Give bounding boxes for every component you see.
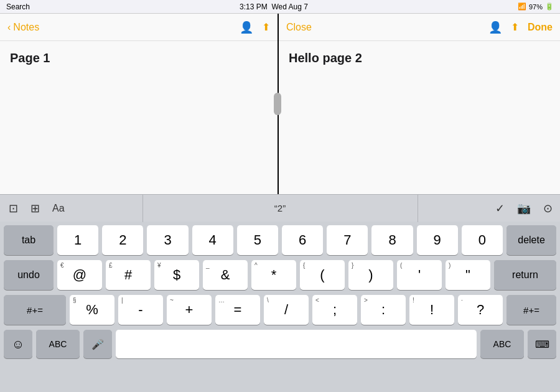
space-key[interactable] xyxy=(116,330,477,358)
tab-key[interactable]: tab xyxy=(4,225,54,255)
key-rparen[interactable]: }) xyxy=(348,260,393,290)
toolbar-center-text: “2” xyxy=(142,195,418,222)
key-minus[interactable]: |- xyxy=(118,295,163,325)
close-button[interactable]: Close xyxy=(286,22,312,33)
shift-left-key[interactable]: #+= xyxy=(4,295,66,325)
key-row-3: #+= §% |- ~+ …= \/ <; >: !! ·? #+= xyxy=(4,295,556,325)
share-icon-right[interactable]: ⬆ xyxy=(511,21,519,33)
left-nav: ‹ Notes 👤 ⬆ xyxy=(0,14,278,41)
key-amp[interactable]: _& xyxy=(203,260,248,290)
delete-key[interactable]: delete xyxy=(506,225,556,255)
key-1[interactable]: 1 xyxy=(57,225,98,255)
divider-handle[interactable] xyxy=(274,93,281,115)
emoji-key[interactable]: ☺ xyxy=(4,330,32,358)
back-label: Notes xyxy=(13,22,39,33)
key-excl[interactable]: !! xyxy=(409,295,454,325)
abc-right-key[interactable]: ABC xyxy=(480,330,524,358)
toolbar-right: ✓ 📷 ⊙ xyxy=(418,199,556,218)
key-row-4: ☺ ABC 🎤 ABC ⌨ xyxy=(4,330,556,358)
back-button[interactable]: ‹ Notes xyxy=(7,22,39,33)
key-lparen[interactable]: {( xyxy=(300,260,345,290)
key-colon[interactable]: >: xyxy=(361,295,406,325)
key-row-1: tab 1 2 3 4 5 6 7 8 9 0 delete xyxy=(4,225,556,255)
key-at[interactable]: €@ xyxy=(57,260,102,290)
share-people-icon-right[interactable]: 👤 xyxy=(488,21,502,34)
table-icon[interactable]: ⊞ xyxy=(27,199,44,218)
undo-key[interactable]: undo xyxy=(4,260,54,290)
status-right: 📶 97% 🔋 xyxy=(518,2,554,11)
key-plus[interactable]: ~+ xyxy=(167,295,212,325)
right-nav: Close 👤 ⬆ Done xyxy=(279,14,560,41)
compose-icon[interactable]: ⊙ xyxy=(541,199,555,218)
status-bar: Search 3:13 PM Wed Aug 7 📶 97% 🔋 xyxy=(0,0,560,14)
key-slash[interactable]: \/ xyxy=(264,295,309,325)
text-format-icon[interactable]: Aa xyxy=(49,200,68,217)
abc-left-key[interactable]: ABC xyxy=(36,330,80,358)
checkmark-icon[interactable]: ✓ xyxy=(493,199,507,218)
key-3[interactable]: 3 xyxy=(147,225,188,255)
left-pane: ‹ Notes 👤 ⬆ Page 1 xyxy=(0,14,279,194)
share-icon-left[interactable]: ⬆ xyxy=(262,21,270,33)
key-6[interactable]: 6 xyxy=(282,225,323,255)
left-nav-icons: 👤 ⬆ xyxy=(240,21,270,34)
keyboard-keys: tab 1 2 3 4 5 6 7 8 9 0 delete undo €@ £… xyxy=(0,222,560,392)
right-pane: Close 👤 ⬆ Done Hello page 2 xyxy=(279,14,560,194)
keyboard-toolbar: ⊡ ⊞ Aa “2” ✓ 📷 ⊙ xyxy=(0,194,560,222)
left-note-title: Page 1 xyxy=(10,51,268,65)
share-people-icon-left[interactable]: 👤 xyxy=(240,21,253,34)
wifi-icon: 📶 xyxy=(518,2,526,11)
key-question[interactable]: ·? xyxy=(458,295,503,325)
key-9[interactable]: 9 xyxy=(417,225,458,255)
return-key[interactable]: return xyxy=(494,260,556,290)
key-dollar[interactable]: ¥$ xyxy=(154,260,199,290)
key-0[interactable]: 0 xyxy=(462,225,503,255)
key-hash[interactable]: £# xyxy=(106,260,151,290)
key-5[interactable]: 5 xyxy=(237,225,278,255)
shift-right-key[interactable]: #+= xyxy=(506,295,556,325)
done-button[interactable]: Done xyxy=(528,22,553,33)
mic-key[interactable]: 🎤 xyxy=(83,330,112,358)
key-rquote[interactable]: )" xyxy=(446,260,490,290)
battery-icon: 🔋 xyxy=(545,2,554,11)
key-semicolon[interactable]: <; xyxy=(312,295,357,325)
camera-icon[interactable]: 📷 xyxy=(515,199,533,218)
left-note-content[interactable]: Page 1 xyxy=(0,41,278,194)
key-7[interactable]: 7 xyxy=(327,225,368,255)
status-left: Search xyxy=(6,2,30,11)
back-arrow-icon: ‹ xyxy=(7,22,11,33)
search-label: Search xyxy=(6,2,30,11)
key-4[interactable]: 4 xyxy=(192,225,233,255)
key-equals[interactable]: …= xyxy=(215,295,260,325)
status-time: 3:13 PM Wed Aug 7 xyxy=(240,2,308,11)
keyboard-key[interactable]: ⌨ xyxy=(528,330,556,358)
key-2[interactable]: 2 xyxy=(102,225,143,255)
key-lquote[interactable]: (' xyxy=(397,260,442,290)
right-nav-icons: 👤 ⬆ Done xyxy=(488,21,553,34)
split-view: ‹ Notes 👤 ⬆ Page 1 Close 👤 ⬆ Done Hello … xyxy=(0,14,560,194)
right-note-title: Hello page 2 xyxy=(289,51,550,65)
key-row-2: undo €@ £# ¥$ _& ^* {( }) (' )" return xyxy=(4,260,556,290)
keyboard-area: ⊡ ⊞ Aa “2” ✓ 📷 ⊙ tab 1 2 3 4 5 6 7 8 9 0… xyxy=(0,194,560,392)
battery-label: 97% xyxy=(529,3,543,11)
checklist-icon[interactable]: ⊡ xyxy=(5,199,22,218)
toolbar-left: ⊡ ⊞ Aa xyxy=(5,199,142,218)
key-percent[interactable]: §% xyxy=(70,295,114,325)
key-star[interactable]: ^* xyxy=(251,260,296,290)
key-8[interactable]: 8 xyxy=(371,225,413,255)
right-note-content[interactable]: Hello page 2 xyxy=(279,41,560,194)
